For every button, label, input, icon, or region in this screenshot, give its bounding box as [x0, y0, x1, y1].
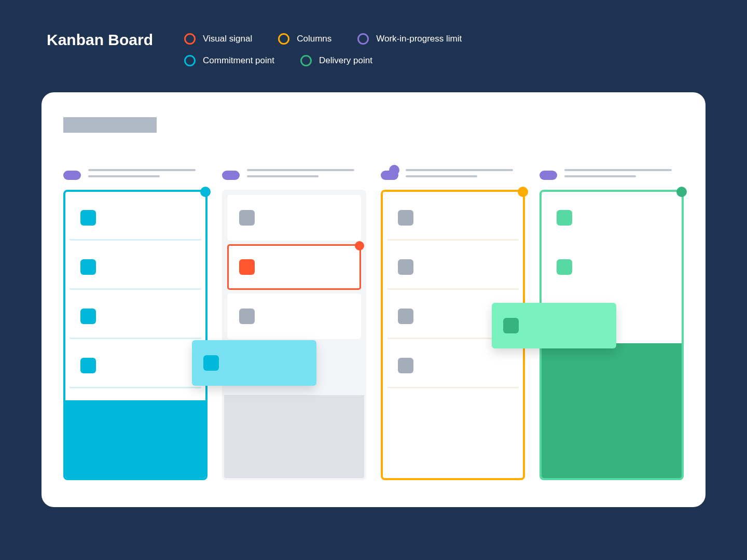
legend-item-delivery: Delivery point	[300, 55, 372, 66]
card-type-icon	[239, 309, 255, 324]
card-type-icon	[398, 210, 413, 226]
column-title-placeholder	[88, 169, 208, 181]
column-body[interactable]	[222, 190, 366, 480]
column-header	[222, 169, 366, 181]
card-type-icon	[203, 355, 219, 371]
column-body[interactable]	[63, 190, 208, 480]
kanban-card[interactable]	[386, 244, 520, 290]
kanban-card[interactable]	[68, 343, 202, 388]
legend-label: Commitment point	[203, 55, 274, 66]
column-footer-fill	[224, 395, 364, 478]
card-type-icon	[503, 318, 519, 333]
wip-pill-icon	[63, 171, 81, 180]
card-type-icon	[398, 259, 413, 275]
header: Kanban Board Visual signal Columns Work-…	[0, 0, 747, 66]
kanban-board	[42, 92, 706, 507]
legend-label: Delivery point	[319, 55, 372, 66]
kanban-card[interactable]	[68, 293, 202, 339]
page-title: Kanban Board	[47, 31, 153, 49]
legend-dot-icon	[357, 33, 369, 45]
card-type-icon	[239, 259, 255, 275]
card-type-icon	[398, 358, 413, 373]
kanban-card[interactable]	[68, 195, 202, 241]
kanban-card[interactable]	[68, 244, 202, 290]
card-type-icon	[80, 259, 96, 275]
column-title-placeholder	[564, 169, 684, 181]
wip-pill-icon	[222, 171, 240, 180]
kanban-card-visual-signal[interactable]	[227, 244, 361, 290]
legend-dot-icon	[278, 33, 289, 45]
columns-highlight-icon	[518, 187, 528, 197]
column-header	[540, 169, 684, 181]
kanban-card[interactable]	[386, 195, 520, 241]
legend: Visual signal Columns Work-in-progress l…	[184, 33, 558, 66]
dragging-card-commitment[interactable]	[192, 340, 316, 386]
column-header	[63, 169, 208, 181]
wip-pill-icon	[540, 171, 557, 180]
legend-dot-icon	[300, 55, 312, 66]
delivery-point-icon	[676, 187, 687, 197]
legend-item-commitment: Commitment point	[184, 55, 274, 66]
legend-dot-icon	[184, 55, 196, 66]
columns-area	[63, 169, 684, 480]
card-type-icon	[557, 259, 572, 275]
commitment-point-icon	[200, 187, 211, 197]
board-title-placeholder	[63, 117, 157, 133]
legend-dot-icon	[184, 33, 196, 45]
dragging-card-delivery[interactable]	[492, 303, 616, 348]
column-title-placeholder	[247, 169, 366, 181]
column-header	[381, 169, 525, 181]
kanban-card[interactable]	[227, 195, 361, 241]
wip-limit-icon	[389, 165, 399, 175]
legend-item-visual-signal: Visual signal	[184, 33, 252, 45]
visual-signal-icon	[355, 241, 364, 250]
column-commitment	[63, 169, 208, 480]
column-title-placeholder	[406, 169, 525, 181]
card-type-icon	[80, 210, 96, 226]
kanban-card[interactable]	[386, 343, 520, 388]
legend-label: Columns	[297, 34, 331, 44]
kanban-card[interactable]	[227, 293, 361, 339]
kanban-card[interactable]	[545, 195, 679, 241]
legend-item-wip: Work-in-progress limit	[357, 33, 462, 45]
column-in-progress	[222, 169, 366, 480]
legend-item-columns: Columns	[278, 33, 331, 45]
card-type-icon	[80, 309, 96, 324]
card-type-icon	[239, 210, 255, 226]
legend-label: Visual signal	[203, 34, 252, 44]
card-type-icon	[398, 309, 413, 324]
legend-label: Work-in-progress limit	[376, 34, 462, 44]
card-type-icon	[80, 358, 96, 373]
kanban-card[interactable]	[545, 244, 679, 290]
card-type-icon	[557, 210, 572, 226]
column-footer-fill	[542, 343, 682, 478]
column-footer-fill	[65, 400, 205, 478]
